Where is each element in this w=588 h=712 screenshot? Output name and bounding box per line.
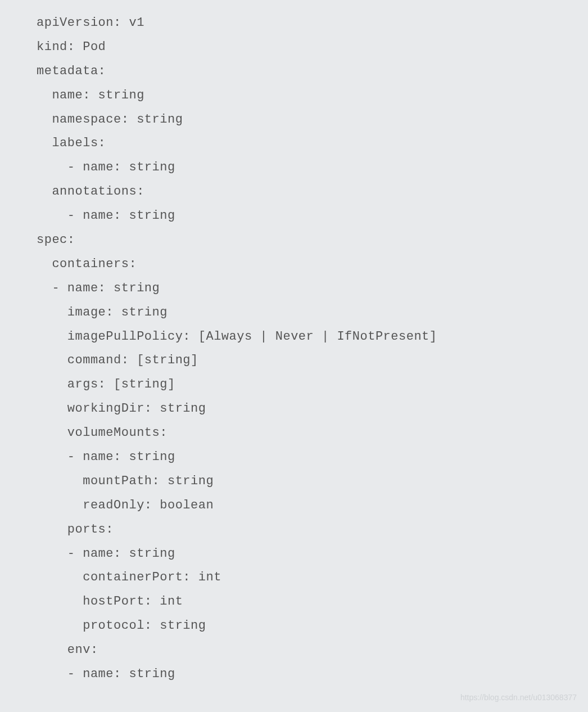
code-line: - name: string [37,667,175,681]
code-line: readOnly: boolean [37,498,214,512]
code-line: command: [string] [37,353,198,367]
code-line: - name: string [37,209,175,223]
yaml-code-block: apiVersion: v1 kind: Pod metadata: name:… [37,11,588,687]
code-line: containers: [37,257,137,271]
code-line: spec: [37,233,75,247]
code-line: ports: [37,522,114,537]
code-line: - name: string [37,160,175,174]
code-line: imagePullPolicy: [Always | Never | IfNot… [37,330,437,344]
code-line: metadata: [37,64,106,78]
code-line: env: [37,643,98,657]
code-line: image: string [37,305,168,319]
code-line: - name: string [37,281,160,295]
code-line: kind: Pod [37,40,106,54]
code-line: protocol: string [37,619,206,633]
code-line: - name: string [37,450,175,464]
code-line: annotations: [37,184,144,199]
code-line: mountPath: string [37,474,214,488]
code-line: labels: [37,136,106,150]
code-line: volumeMounts: [37,426,168,440]
code-line: namespace: string [37,112,183,127]
watermark-text: https://blog.csdn.net/u013068377 [460,690,577,705]
code-line: hostPort: int [37,594,183,609]
code-line: apiVersion: v1 [37,16,144,30]
code-line: name: string [37,88,144,102]
code-line: containerPort: int [37,570,221,584]
code-line: args: [string] [37,377,175,391]
code-line: workingDir: string [37,402,206,416]
code-line: - name: string [37,547,175,561]
